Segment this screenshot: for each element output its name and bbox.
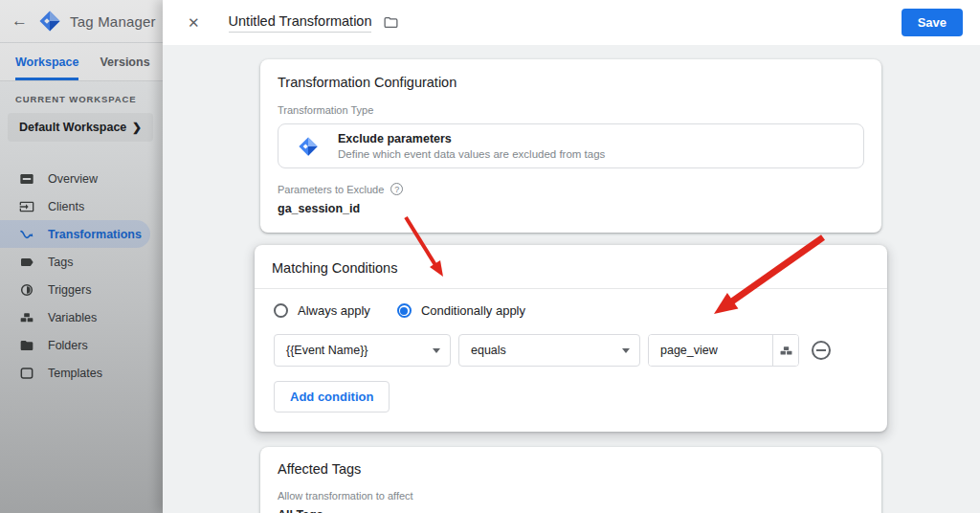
sidebar-item-transformations[interactable]: Transformations [0, 220, 150, 248]
sidebar-nav: Overview Clients Transformations [0, 165, 163, 387]
workspace-name: Default Workspace [19, 121, 126, 134]
sidebar-item-triggers[interactable]: Triggers [0, 276, 163, 303]
sidebar-item-label: Variables [48, 311, 97, 324]
transformation-type-selector[interactable]: Exclude parameters Define which event da… [278, 123, 864, 168]
sidebar-item-overview[interactable]: Overview [0, 165, 163, 192]
condition-value-group [648, 334, 799, 367]
variable-picker-icon [779, 344, 793, 358]
sidebar-item-label: Templates [48, 367, 102, 380]
panel-body: Transformation Configuration Transformat… [163, 45, 980, 513]
save-button[interactable]: Save [902, 9, 963, 36]
app-header: ← Tag Manager [0, 0, 163, 43]
card-title: Affected Tags [278, 461, 864, 477]
transformation-type-name: Exclude parameters [338, 132, 605, 145]
close-icon[interactable]: ✕ [184, 12, 204, 33]
tag-manager-diamond-icon [298, 136, 319, 157]
sidebar-item-templates[interactable]: Templates [0, 359, 163, 387]
back-arrow-icon[interactable]: ← [10, 11, 30, 31]
chevron-right-icon: ❯ [132, 121, 142, 134]
tag-manager-logo-icon [38, 10, 61, 33]
chevron-down-icon [622, 348, 630, 353]
folder-move-icon[interactable] [383, 14, 399, 31]
affected-tags-label: Allow transformation to affect [278, 490, 864, 502]
workspace-tab-bar: Workspace Versions Admin [0, 43, 163, 81]
clients-icon [19, 199, 34, 214]
condition-row: {{Event Name}} equals [274, 334, 868, 367]
condition-value-input[interactable] [649, 335, 772, 366]
sidebar-item-label: Clients [48, 200, 84, 213]
sidebar-item-tags[interactable]: Tags [0, 248, 163, 276]
add-condition-button[interactable]: Add condition [274, 381, 390, 413]
affected-tags-value: All Tags [278, 508, 864, 513]
variable-picker-button[interactable] [772, 335, 798, 366]
sidebar-item-clients[interactable]: Clients [0, 192, 163, 220]
sidebar-body: CURRENT WORKSPACE Default Workspace ❯ Ov… [0, 81, 163, 513]
apply-mode-radio-group: Always apply Conditionally apply [274, 303, 868, 318]
tab-workspace[interactable]: Workspace [15, 43, 78, 80]
sidebar-item-variables[interactable]: Variables [0, 303, 163, 331]
transformation-title-field[interactable]: Untitled Transformation [229, 13, 372, 33]
radio-conditionally-apply[interactable]: Conditionally apply [397, 303, 525, 318]
parameters-to-exclude-value: ga_session_id [278, 202, 864, 215]
help-icon[interactable]: ? [390, 183, 403, 195]
card-title: Transformation Configuration [278, 75, 864, 90]
tab-versions[interactable]: Versions [100, 43, 149, 80]
variables-icon [19, 310, 34, 325]
sidebar-item-label: Transformations [48, 228, 142, 241]
panel-header: ✕ Untitled Transformation Save [163, 0, 980, 45]
transformations-icon [19, 227, 34, 242]
sidebar-item-label: Triggers [48, 283, 91, 297]
parameters-to-exclude-label: Parameters to Exclude [278, 184, 384, 195]
sidebar-item-label: Overview [48, 172, 98, 186]
radio-always-apply[interactable]: Always apply [274, 303, 370, 318]
gtm-transformation-editor: ← Tag Manager Workspace Versions Admin C… [0, 0, 980, 513]
workspace-selector[interactable]: Default Workspace ❯ [8, 113, 153, 142]
transformation-panel: ✕ Untitled Transformation Save Transform… [163, 0, 980, 513]
affected-tags-card: Affected Tags Allow transformation to af… [260, 447, 881, 513]
template-icon [19, 366, 34, 381]
transformation-configuration-card: Transformation Configuration Transformat… [260, 59, 881, 233]
sidebar-item-label: Tags [48, 256, 73, 269]
overview-icon [19, 171, 34, 187]
condition-variable-select[interactable]: {{Event Name}} [274, 334, 451, 367]
card-title: Matching Conditions [272, 260, 397, 276]
condition-operator-select[interactable]: equals [458, 334, 640, 367]
radio-unselected-icon [274, 303, 288, 318]
current-workspace-label: CURRENT WORKSPACE [0, 94, 163, 104]
sidebar-item-label: Folders [48, 339, 88, 352]
tag-icon [19, 255, 34, 270]
trigger-icon [19, 282, 34, 298]
chevron-down-icon [433, 348, 440, 353]
remove-condition-button[interactable] [812, 341, 831, 360]
radio-selected-icon [397, 303, 412, 318]
sidebar: ← Tag Manager Workspace Versions Admin C… [0, 0, 163, 513]
app-title: Tag Manager [70, 13, 156, 30]
matching-conditions-card: Matching Conditions Always apply Conditi… [255, 245, 887, 432]
folder-icon [19, 338, 34, 353]
transformation-type-description: Define which event data values are exclu… [338, 148, 605, 160]
transformation-type-label: Transformation Type [278, 104, 864, 116]
sidebar-item-folders[interactable]: Folders [0, 331, 163, 359]
